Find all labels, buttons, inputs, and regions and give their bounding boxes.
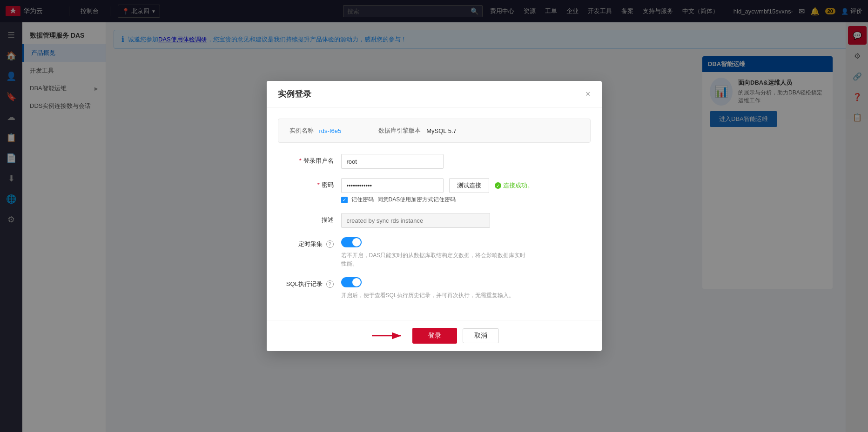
remember-password-desc: 同意DAS使用加密方式记住密码 <box>377 196 456 204</box>
dialog-body: 实例名称 rds-f6e5 数据库引擎版本 MySQL 5.7 登录用户名 密码 <box>267 107 602 320</box>
footer-actions: 登录 取消 <box>370 328 499 344</box>
timed-collect-label: 定时采集 ? <box>278 237 334 248</box>
sql-log-field: 开启后，便于查看SQL执行历史记录，并可再次执行，无需重复输入。 <box>341 277 591 299</box>
timed-collect-row: 定时采集 ? 若不开启，DAS只能实时的从数据库取结构定义数据，将会影响数据库实… <box>278 237 591 268</box>
remember-password-checkbox[interactable]: ✓ <box>341 197 348 203</box>
username-row: 登录用户名 <box>278 154 591 169</box>
db-engine-label: 数据库引擎版本 <box>378 126 421 135</box>
dialog-footer: 登录 取消 <box>267 320 602 351</box>
login-dialog: 实例登录 × 实例名称 rds-f6e5 数据库引擎版本 MySQL 5.7 登… <box>267 81 602 351</box>
username-field <box>341 154 591 169</box>
remember-password-row: ✓ 记住密码 同意DAS使用加密方式记住密码 <box>341 196 591 204</box>
password-input-row: 测试连接 ✓ 连接成功。 <box>341 178 591 193</box>
password-input[interactable] <box>341 178 444 193</box>
timed-collect-toggle[interactable] <box>341 237 362 247</box>
db-engine-value: MySQL 5.7 <box>426 127 457 134</box>
timed-collect-help-icon[interactable]: ? <box>326 240 334 248</box>
dialog-header: 实例登录 × <box>267 81 602 107</box>
username-label: 登录用户名 <box>278 154 334 165</box>
cancel-button[interactable]: 取消 <box>463 328 499 343</box>
sql-log-label: SQL执行记录 ? <box>278 277 334 288</box>
timed-collect-field: 若不开启，DAS只能实时的从数据库取结构定义数据，将会影响数据库实时性能。 <box>341 237 591 268</box>
desc-field <box>341 213 591 228</box>
success-dot: ✓ <box>495 182 501 189</box>
desc-row: 描述 <box>278 213 591 228</box>
password-row: 密码 测试连接 ✓ 连接成功。 ✓ 记住密码 同意DAS使用加密方式记住密码 <box>278 178 591 204</box>
sql-log-toggle-row: 开启后，便于查看SQL执行历史记录，并可再次执行，无需重复输入。 <box>341 277 591 299</box>
sql-log-help-icon[interactable]: ? <box>326 280 334 288</box>
conn-success-text: 连接成功。 <box>503 181 533 190</box>
instance-info-row: 实例名称 rds-f6e5 数据库引擎版本 MySQL 5.7 <box>278 119 591 143</box>
modal-overlay: 实例登录 × 实例名称 rds-f6e5 数据库引擎版本 MySQL 5.7 登… <box>0 0 868 432</box>
dialog-close-button[interactable]: × <box>585 90 591 98</box>
sql-log-toggle[interactable] <box>341 277 362 287</box>
sql-log-row: SQL执行记录 ? 开启后，便于查看SQL执行历史记录，并可再次执行，无需重复输… <box>278 277 591 299</box>
username-input[interactable] <box>341 154 444 169</box>
dialog-title: 实例登录 <box>278 88 311 100</box>
instance-name-item: 实例名称 rds-f6e5 <box>289 126 342 135</box>
instance-name-label: 实例名称 <box>289 126 314 135</box>
login-button[interactable]: 登录 <box>412 328 457 344</box>
instance-name-value: rds-f6e5 <box>319 127 342 134</box>
connection-success: ✓ 连接成功。 <box>495 181 533 190</box>
remember-password-label: 记住密码 <box>351 196 374 204</box>
desc-label: 描述 <box>278 213 334 224</box>
password-field: 测试连接 ✓ 连接成功。 ✓ 记住密码 同意DAS使用加密方式记住密码 <box>341 178 591 204</box>
password-label: 密码 <box>278 178 334 189</box>
timed-collect-toggle-row: 若不开启，DAS只能实时的从数据库取结构定义数据，将会影响数据库实时性能。 <box>341 237 591 268</box>
arrow-annotation <box>370 329 407 343</box>
db-engine-item: 数据库引擎版本 MySQL 5.7 <box>378 126 457 135</box>
arrow-icon <box>370 329 407 343</box>
sql-log-desc: 开启后，便于查看SQL执行历史记录，并可再次执行，无需重复输入。 <box>341 291 514 299</box>
test-connection-button[interactable]: 测试连接 <box>449 178 489 193</box>
desc-input <box>341 213 490 228</box>
timed-collect-desc: 若不开启，DAS只能实时的从数据库取结构定义数据，将会影响数据库实时性能。 <box>341 251 527 268</box>
